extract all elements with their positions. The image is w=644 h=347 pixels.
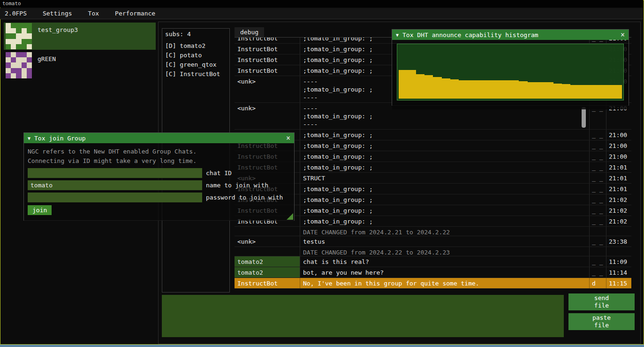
message-sender — [235, 247, 300, 256]
message-text: No, I've been in this group for quite so… — [300, 278, 589, 288]
message-sender: <unk> — [235, 76, 300, 102]
field-label-chat-id: chat ID — [206, 170, 232, 177]
join-window-titlebar[interactable]: ▼ Tox join Group × — [24, 133, 294, 143]
os-border-strip — [0, 345, 644, 347]
message-time: 21:02 — [606, 194, 631, 205]
message-time: 21:01 — [606, 162, 631, 172]
message-time: 21:01 — [606, 184, 631, 194]
histogram-bar — [553, 84, 562, 99]
message-sender — [235, 227, 300, 236]
message-sender: InstructBot — [235, 278, 300, 288]
info-text: Connecting via ID might take a very long… — [28, 156, 290, 166]
histogram-bar — [493, 80, 501, 99]
message-text: chat is this real? — [300, 256, 589, 267]
histogram-bar — [562, 84, 570, 99]
message-sender: InstructBot — [235, 44, 300, 54]
message-time: 21:01 — [606, 173, 631, 183]
message-text: testus — [300, 236, 589, 247]
resize-grip[interactable] — [287, 213, 293, 220]
os-titlebar: tomato — [0, 0, 643, 8]
message-text: DATE CHANGED from 2024.2.22 to 2024.2.23 — [300, 247, 589, 256]
histogram-bar — [502, 80, 510, 99]
histogram-bar — [476, 80, 485, 99]
collapse-arrow-icon[interactable]: ▼ — [28, 136, 30, 141]
message-time — [606, 247, 631, 256]
scrollbar-thumb[interactable] — [582, 107, 586, 128]
close-icon[interactable]: × — [286, 135, 290, 142]
message-status: _ _ — [589, 236, 606, 247]
chat-id-input[interactable] — [28, 168, 202, 178]
chat-row[interactable]: InstructBotNo, I've been in this group f… — [235, 278, 631, 289]
message-time: 21:02 — [606, 205, 631, 216]
subs-member[interactable]: [C] InstructBot — [165, 69, 227, 79]
message-status: _ _ — [589, 173, 606, 183]
subs-member[interactable]: [C] green_qtox — [165, 60, 227, 69]
message-status: _ _ — [589, 151, 606, 162]
histogram-bar — [424, 75, 433, 99]
histogram-bar — [399, 70, 407, 99]
join-button[interactable]: join — [28, 205, 52, 215]
message-status — [589, 247, 606, 256]
message-status: _ _ — [589, 205, 606, 216]
message-text: ;tomato_in_group: ; — [300, 194, 589, 205]
subs-count: subs: 4 — [165, 31, 227, 38]
date-separator-row[interactable]: DATE CHANGED from 2024.2.21 to 2024.2.22 — [235, 227, 631, 236]
message-status: _ _ — [589, 140, 606, 151]
histogram-bar — [416, 74, 424, 99]
message-time: 11:15 — [606, 278, 631, 288]
histogram-bar — [528, 82, 536, 99]
group-item-test_group3[interactable]: test_group3 — [4, 23, 156, 50]
window-title: Tox DHT announce capability histogram — [402, 31, 538, 39]
message-sender: InstructBot — [235, 54, 300, 65]
message-text: ;tomato_in_group: ; — [300, 184, 589, 194]
date-separator-row[interactable]: DATE CHANGED from 2024.2.22 to 2024.2.23 — [235, 247, 631, 256]
message-time — [606, 227, 631, 236]
message-text: ;tomato_in_group: ; — [300, 205, 589, 216]
paste-file-button[interactable]: paste file — [568, 313, 635, 330]
message-status: _ _ — [589, 162, 606, 172]
chat-row[interactable]: <unk>testus_ _23:38 — [235, 236, 631, 247]
send-file-button[interactable]: send file — [568, 293, 635, 310]
histogram-bar — [442, 78, 450, 99]
histogram-bar — [510, 80, 519, 99]
histogram-window-titlebar[interactable]: ▼ Tox DHT announce capability histogram … — [392, 30, 629, 40]
message-status: _ _ — [589, 256, 606, 267]
field-label-password: password to join with — [206, 194, 283, 201]
fps-counter: 2.0FPS — [5, 10, 30, 17]
message-time: 21:02 — [606, 216, 631, 226]
message-sender: tomato2 — [235, 256, 300, 267]
chat-row[interactable]: tomato2bot, are you new here?_ _11:14 — [235, 267, 631, 278]
histogram-window-body — [392, 44, 629, 109]
group-name: test_group3 — [38, 26, 78, 50]
message-text: ;tomato_in_group: ; — [300, 130, 589, 140]
menu-tox[interactable]: Tox — [83, 9, 105, 18]
message-time: 23:38 — [606, 236, 631, 247]
menu-performance[interactable]: Performance — [109, 9, 161, 18]
message-time: 21:00 — [606, 151, 631, 162]
subs-member[interactable]: [C] potato — [165, 51, 227, 60]
info-text: NGC refers to the New DHT enabled Group … — [28, 147, 290, 156]
histogram-bar — [450, 79, 459, 99]
message-status: d — [589, 278, 606, 288]
histogram-bar — [536, 82, 545, 99]
histogram-bar — [579, 85, 588, 99]
collapse-arrow-icon[interactable]: ▼ — [396, 32, 399, 38]
histogram-bar — [545, 82, 553, 99]
message-status: _ _ — [589, 194, 606, 205]
tab-debug[interactable]: debug — [235, 27, 264, 37]
message-input[interactable] — [162, 295, 564, 337]
join-password-input[interactable] — [28, 193, 202, 202]
message-status: _ _ — [589, 267, 606, 278]
menu-bar: 2.0FPS Settings Tox Performance — [0, 8, 643, 19]
menu-settings[interactable]: Settings — [37, 9, 78, 18]
chat-row[interactable]: tomato2chat is this real?_ _11:09 — [235, 256, 631, 267]
histogram-bar — [433, 77, 441, 99]
histogram-bar — [468, 80, 476, 99]
group-item-green[interactable]: gREEN — [4, 52, 156, 79]
subs-list: [D] tomato2[C] potato[C] green_qtox[C] I… — [165, 41, 227, 79]
close-icon[interactable]: × — [621, 31, 625, 39]
join-name-input[interactable] — [28, 180, 202, 190]
subs-member[interactable]: [D] tomato2 — [165, 41, 227, 51]
message-text: ;tomato_in_group: ; — [300, 140, 589, 151]
message-text: ;tomato_in_group: ; — [300, 216, 589, 226]
